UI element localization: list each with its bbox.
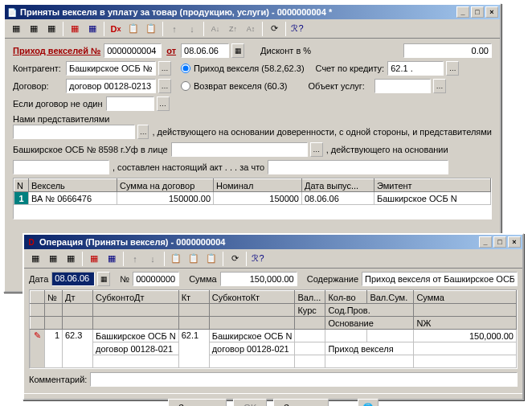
opcol-skt[interactable]: СубконтоКт	[209, 291, 295, 304]
osnov-field[interactable]	[13, 160, 109, 174]
cell-veksel[interactable]: ВА № 0666476	[29, 192, 117, 205]
vlice-dropdown-icon[interactable]: …	[310, 142, 323, 157]
radio-prihod-vekselya[interactable]	[181, 64, 190, 73]
op-no-field[interactable]	[133, 272, 179, 286]
opcol-nzh[interactable]: NЖ	[414, 317, 517, 330]
tool-help-icon[interactable]: ℛ?	[289, 21, 305, 37]
kontragent-field[interactable]	[66, 61, 156, 76]
vlice-field[interactable]	[171, 142, 308, 157]
op-row2[interactable]: договор 00128-021 договор 00128-021 Прих…	[31, 342, 517, 355]
cell-nominal[interactable]: 150000	[214, 192, 302, 205]
op-tool-gridblue-icon[interactable]: ▦	[104, 251, 120, 267]
opcell-osn[interactable]: Приход векселя	[325, 342, 414, 355]
tool-grid1-icon[interactable]: ▦	[8, 21, 24, 37]
opcell-sdt[interactable]: Башкирское ОСБ N	[93, 330, 179, 342]
tool-gridred-icon[interactable]: ▦	[67, 21, 83, 37]
opcol-sum[interactable]: Сумма	[414, 291, 517, 304]
col-emitent[interactable]: Эмитент	[374, 179, 491, 192]
tool-dx-icon[interactable]: Dx	[108, 21, 124, 37]
op-tool-doc2-icon[interactable]: 📋	[186, 251, 202, 267]
op-tool-help-icon[interactable]: ℛ?	[250, 251, 266, 267]
schet-dropdown-icon[interactable]: …	[446, 61, 459, 76]
op-tool-down-icon[interactable]: ↓	[145, 251, 161, 267]
zachto-field[interactable]	[268, 160, 448, 174]
ok-button[interactable]: OK	[233, 399, 267, 406]
nami-field[interactable]	[13, 125, 135, 139]
op-tool-gridred-icon[interactable]: ▦	[86, 251, 102, 267]
op-date-field[interactable]: 08.06.06	[51, 272, 95, 286]
col-nominal[interactable]: Номинал	[214, 179, 302, 192]
op-row1[interactable]: ✎ 1 62.3 Башкирское ОСБ N 62.1 Башкирско…	[31, 330, 517, 342]
tool-sortaz-icon[interactable]: A↓	[207, 21, 223, 37]
opcol-val[interactable]: Вал...	[295, 291, 325, 304]
col-n[interactable]: N	[14, 179, 29, 192]
globe-icon[interactable]: 🌐	[358, 399, 379, 406]
tool-grid3-icon[interactable]: ▦	[43, 21, 59, 37]
radio-vozvrat-vekselya[interactable]	[181, 81, 190, 91]
eslidog-field[interactable]	[106, 96, 154, 111]
zapisat-button[interactable]: Записать	[168, 399, 227, 406]
maximize-button[interactable]: □	[471, 6, 484, 18]
op-tool-grid2-icon[interactable]: ▦	[45, 251, 61, 267]
op-calendar-icon[interactable]: ▦	[97, 272, 110, 286]
op-tool-refresh-icon[interactable]: ⟳	[227, 251, 243, 267]
opcell-n[interactable]: 1	[45, 330, 63, 368]
col-date[interactable]: Дата выпус...	[302, 179, 374, 192]
opcol-mark[interactable]	[31, 291, 45, 304]
opcol-sdt[interactable]: СубконтоДт	[93, 291, 179, 304]
col-veksel[interactable]: Вексель	[29, 179, 117, 192]
minimize-button[interactable]: _	[456, 6, 469, 18]
tool-refresh-icon[interactable]: ⟳	[266, 21, 282, 37]
op-maximize-button[interactable]: □	[493, 236, 506, 248]
opcell-sdt2[interactable]: договор 00128-021	[93, 342, 179, 355]
tool-up-icon[interactable]: ↑	[166, 21, 182, 37]
opcell-summa[interactable]: 150,000.00	[414, 330, 517, 342]
op-tool-doc1-icon[interactable]: 📋	[168, 251, 184, 267]
eslidog-dropdown-icon[interactable]: …	[157, 96, 170, 111]
opcell-skt[interactable]: Башкирское ОСБ N	[209, 330, 295, 342]
tool-down-icon[interactable]: ↓	[184, 21, 200, 37]
doc-number-field[interactable]	[104, 43, 162, 58]
schet-field[interactable]	[387, 61, 444, 76]
object-field[interactable]	[374, 79, 431, 93]
op-sod-field[interactable]	[362, 272, 518, 286]
op-row3[interactable]	[31, 355, 517, 368]
op-tool-doc3-icon[interactable]: 📋	[203, 251, 219, 267]
cell-date[interactable]: 08.06.06	[302, 192, 374, 205]
op-summa-field[interactable]	[220, 272, 297, 286]
opcol-n[interactable]: №	[45, 291, 63, 304]
opcol-sodprov[interactable]: Сод.Пров.	[325, 304, 414, 317]
op-table[interactable]: № Дт СубконтоДт Кт СубконтоКт Вал... Кол…	[29, 289, 518, 369]
op-tool-grid1-icon[interactable]: ▦	[27, 251, 43, 267]
col-summa[interactable]: Сумма на договор	[117, 179, 214, 192]
opcol-kurs[interactable]: Курс	[295, 304, 325, 317]
nami-dropdown-icon[interactable]: …	[137, 125, 149, 139]
op-tool-up-icon[interactable]: ↑	[127, 251, 143, 267]
tool-doc2-icon[interactable]: 📋	[143, 21, 159, 37]
opcell-dt[interactable]: 62.3	[63, 330, 93, 368]
doc-date-field[interactable]	[181, 43, 229, 58]
op-minimize-button[interactable]: _	[479, 236, 492, 248]
opcell-kt[interactable]: 62.1	[178, 330, 209, 368]
kontragent-dropdown-icon[interactable]: …	[158, 61, 171, 76]
opcell-val[interactable]	[295, 330, 325, 342]
zakryt-button[interactable]: Закрыть	[273, 399, 328, 406]
opcell-kolvo[interactable]	[325, 330, 367, 342]
tool-sortza-icon[interactable]: Z↑	[225, 21, 241, 37]
op-tool-grid3-icon[interactable]: ▦	[63, 251, 79, 267]
cell-summa[interactable]: 150000.00	[117, 192, 214, 205]
opcol-valsum[interactable]: Вал.Сум.	[367, 291, 414, 304]
dogovor-dropdown-icon[interactable]: …	[158, 79, 171, 93]
opcol-dt[interactable]: Дт	[63, 291, 93, 304]
object-dropdown-icon[interactable]: …	[433, 79, 446, 93]
dogovor-field[interactable]	[66, 79, 156, 93]
opcol-kolvo[interactable]: Кол-во	[325, 291, 367, 304]
opcol-kt[interactable]: Кт	[178, 291, 209, 304]
op-close-button[interactable]: ×	[508, 236, 521, 248]
close-button[interactable]: ×	[485, 6, 498, 18]
discount-field[interactable]	[403, 43, 492, 58]
table-row[interactable]: 1 ВА № 0666476 150000.00 150000 08.06.06…	[14, 192, 491, 205]
main-table[interactable]: N Вексель Сумма на договор Номинал Дата …	[13, 178, 492, 219]
comment-field[interactable]	[90, 372, 518, 387]
opcol-osn[interactable]: Основание	[325, 317, 414, 330]
